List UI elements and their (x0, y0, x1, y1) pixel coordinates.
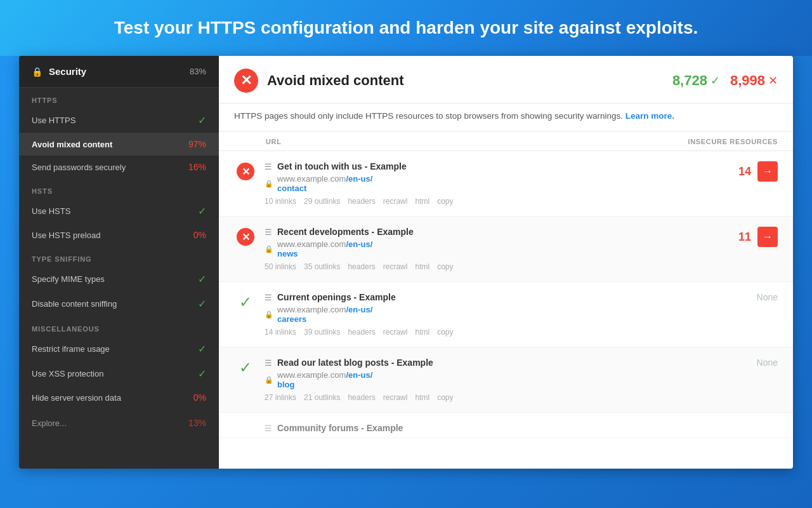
meta-headers[interactable]: headers (348, 393, 375, 402)
meta-headers[interactable]: headers (348, 328, 375, 337)
url-text[interactable]: www.example.com/en-us/news (277, 239, 372, 258)
sidebar-item-avoid-mixed-content[interactable]: Avoid mixed content 97% (19, 133, 219, 156)
sidebar-item-restrict-iframe[interactable]: Restrict iframe usage ✓ (19, 337, 219, 361)
none-text: None (757, 292, 778, 302)
meta-outlinks[interactable]: 21 outlinks (304, 393, 340, 402)
sidebar-security-title: Security (49, 66, 86, 77)
row-meta: 10 inlinks 29 outlinks headers recrawl h… (265, 197, 727, 206)
meta-recrawl[interactable]: recrawl (383, 393, 408, 402)
meta-html[interactable]: html (415, 328, 429, 337)
content-header-left: ✕ Avoid mixed content (234, 69, 404, 93)
error-circle-icon: ✕ (234, 69, 258, 93)
pass-count: 8,728 (672, 72, 707, 89)
sidebar-item-label: Use XSS protection (32, 369, 103, 378)
sidebar-item-use-hsts[interactable]: Use HSTS ✓ (19, 199, 219, 224)
sidebar: 🔒 Security 83% HTTPS Use HTTPS ✓ Avoid m… (19, 56, 219, 469)
description-text: HTTPS pages should only include HTTPS re… (234, 111, 623, 121)
col-url-header: URL (266, 138, 282, 145)
sidebar-item-label: Send passwords securely (32, 163, 126, 172)
sidebar-item-disable-content-sniffing[interactable]: Disable content sniffing ✓ (19, 291, 219, 316)
row-meta: 14 inlinks 39 outlinks headers recrawl h… (265, 328, 727, 337)
meta-html[interactable]: html (415, 262, 429, 271)
content-title: Avoid mixed content (267, 72, 404, 89)
check-circle-icon: ✓ (237, 293, 254, 311)
meta-headers[interactable]: headers (348, 197, 375, 206)
url-text[interactable]: www.example.com/en-us/contact (277, 174, 372, 193)
url-text[interactable]: www.example.com/en-us/blog (277, 370, 372, 389)
meta-html[interactable]: html (415, 393, 429, 402)
meta-outlinks[interactable]: 35 outlinks (304, 262, 340, 271)
check-icon: ✓ (198, 343, 206, 355)
learn-more-link[interactable]: Learn more. (625, 111, 674, 121)
row-status-fail-icon: ✕ (234, 161, 257, 180)
x-icon: ✕ (237, 228, 254, 246)
table-row: ✕ ☰ Recent developments - Example 🔒 www.… (219, 217, 793, 282)
row-url: 🔒 www.example.com/en-us/news (265, 239, 727, 258)
check-icon: ✓ (198, 298, 206, 310)
page-title-text: Recent developments - Example (277, 227, 414, 237)
main-container: 🔒 Security 83% HTTPS Use HTTPS ✓ Avoid m… (19, 56, 793, 469)
pass-stat-group: 8,728 ✓ (672, 72, 720, 89)
row-url: 🔒 www.example.com/en-us/contact (265, 174, 727, 193)
page-title-text: Current openings - Example (277, 292, 396, 302)
section-label-miscellaneous: MISCELLANEOUS (19, 316, 219, 337)
meta-outlinks[interactable]: 39 outlinks (304, 328, 340, 337)
pass-check-icon: ✓ (710, 74, 720, 88)
check-circle-icon: ✓ (237, 359, 254, 377)
col-insecure-header: INSECURE RESOURCES (688, 138, 778, 145)
check-icon: ✓ (198, 368, 206, 380)
row-page-title: ☰ Recent developments - Example (265, 227, 727, 237)
sidebar-item-explore[interactable]: Explore... 13% (19, 411, 219, 434)
meta-copy[interactable]: copy (437, 197, 453, 206)
sidebar-item-use-hsts-preload[interactable]: Use HSTS preload 0% (19, 224, 219, 246)
meta-recrawl[interactable]: recrawl (383, 328, 408, 337)
content-header-right: 8,728 ✓ 8,998 ✕ (672, 72, 778, 89)
insecure-count: 11 (738, 231, 751, 244)
meta-copy[interactable]: copy (437, 262, 453, 271)
navigate-button[interactable]: → (757, 161, 778, 182)
banner: Test your HTTPS configuration and harden… (0, 0, 812, 56)
fail-x-icon: ✕ (768, 74, 778, 88)
meta-headers[interactable]: headers (348, 262, 375, 271)
row-page-title: ☰ Get in touch with us - Example (265, 161, 727, 171)
table-header: URL INSECURE RESOURCES (219, 131, 793, 151)
row-status-pass-icon: ✓ (234, 292, 257, 311)
sidebar-item-label: Explore... (32, 418, 67, 428)
meta-recrawl[interactable]: recrawl (383, 197, 408, 206)
sidebar-item-badge: 16% (188, 162, 206, 172)
page-title-text: Community forums - Example (277, 423, 403, 433)
page-doc-icon: ☰ (265, 293, 272, 302)
check-icon: ✓ (198, 114, 206, 126)
section-label-type-sniffing: TYPE SNIFFING (19, 246, 219, 267)
sidebar-item-specify-mime-types[interactable]: Specify MIME types ✓ (19, 267, 219, 291)
meta-copy[interactable]: copy (437, 328, 453, 337)
sidebar-item-hide-server-version[interactable]: Hide server version data 0% (19, 386, 219, 409)
url-text[interactable]: www.example.com/en-us/careers (277, 305, 372, 324)
banner-title: Test your HTTPS configuration and harden… (114, 18, 698, 38)
page-title-text: Get in touch with us - Example (277, 161, 407, 171)
section-label-https: HTTPS (19, 88, 219, 108)
sidebar-item-badge: 0% (193, 230, 206, 240)
meta-inlinks[interactable]: 10 inlinks (265, 197, 296, 206)
sidebar-item-use-https[interactable]: Use HTTPS ✓ (19, 108, 219, 133)
navigate-button[interactable]: → (757, 227, 778, 247)
check-icon: ✓ (198, 205, 206, 217)
table-row: ✓ ☰ Current openings - Example 🔒 www.exa… (219, 282, 793, 347)
sidebar-security-score: 83% (190, 67, 206, 76)
meta-outlinks[interactable]: 29 outlinks (304, 197, 340, 206)
meta-inlinks[interactable]: 50 inlinks (265, 262, 296, 271)
sidebar-item-label: Use HSTS preload (32, 231, 100, 240)
sidebar-item-label: Use HTTPS (32, 116, 75, 125)
meta-inlinks[interactable]: 14 inlinks (265, 328, 296, 337)
sidebar-item-label: Disable content sniffing (32, 299, 117, 309)
lock-icon: 🔒 (32, 67, 43, 77)
row-url: 🔒 www.example.com/en-us/blog (265, 370, 727, 389)
meta-copy[interactable]: copy (437, 393, 453, 402)
meta-recrawl[interactable]: recrawl (383, 262, 408, 271)
check-icon: ✓ (198, 273, 206, 285)
meta-html[interactable]: html (415, 197, 429, 206)
sidebar-item-use-xss-protection[interactable]: Use XSS protection ✓ (19, 361, 219, 386)
sidebar-item-label: Specify MIME types (32, 274, 105, 284)
sidebar-item-send-passwords[interactable]: Send passwords securely 16% (19, 156, 219, 178)
meta-inlinks[interactable]: 27 inlinks (265, 393, 296, 402)
